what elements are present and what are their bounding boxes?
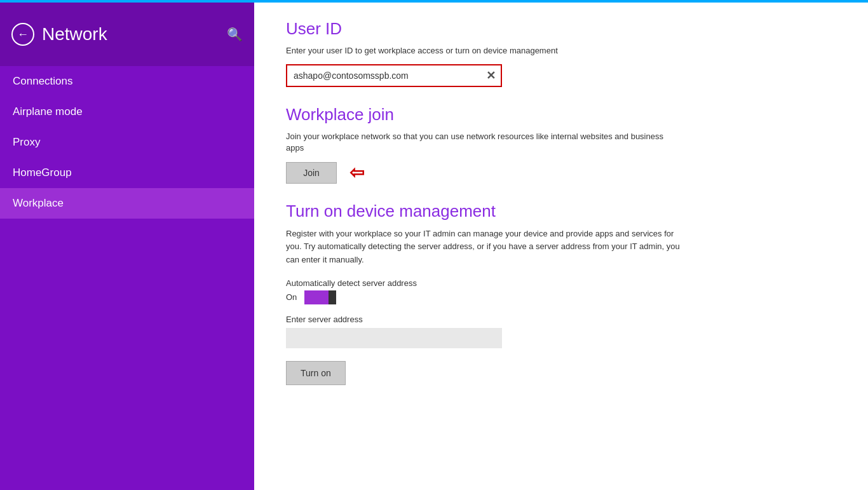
toggle-indicator [304, 290, 336, 304]
workplace-join-section: Workplace join Join your workplace netwo… [286, 105, 836, 183]
sidebar-item-workplace[interactable]: Workplace [0, 188, 254, 219]
auto-detect-toggle-section: Automatically detect server address On [286, 278, 836, 304]
auto-detect-label: Automatically detect server address [286, 278, 836, 288]
main-content: User ID Enter your user ID to get workpl… [254, 0, 868, 490]
search-button[interactable]: 🔍 [227, 27, 243, 42]
sidebar-item-airplane-mode[interactable]: Airplane mode [0, 97, 254, 127]
sidebar-nav: Connections Airplane mode Proxy HomeGrou… [0, 66, 254, 219]
workplace-join-title: Workplace join [286, 105, 836, 125]
userid-input-row: ✕ [286, 64, 502, 87]
top-accent-bar [0, 0, 868, 3]
sidebar-header: ← Network 🔍 [0, 3, 254, 66]
sidebar-item-connections[interactable]: Connections [0, 66, 254, 97]
sidebar: ← Network 🔍 Connections Airplane mode Pr… [0, 3, 254, 490]
toggle-row: On [286, 290, 836, 304]
back-arrow-icon: ← [17, 29, 29, 40]
device-mgmt-title: Turn on device management [286, 201, 836, 221]
device-mgmt-description: Register with your workplace so your IT … [286, 228, 680, 267]
server-address-label: Enter server address [286, 315, 836, 324]
server-address-section: Enter server address [286, 315, 836, 348]
clear-input-button[interactable]: ✕ [481, 66, 501, 85]
server-address-input[interactable] [286, 328, 502, 348]
sidebar-item-proxy[interactable]: Proxy [0, 127, 254, 158]
workplace-join-description: Join your workplace network so that you … [286, 131, 680, 154]
userid-section: User ID Enter your user ID to get workpl… [286, 19, 836, 87]
auto-detect-toggle[interactable] [304, 290, 336, 304]
red-arrow-annotation: ⇦ [349, 162, 364, 183]
userid-input[interactable] [287, 65, 481, 86]
sidebar-item-homegroup[interactable]: HomeGroup [0, 158, 254, 188]
userid-description: Enter your user ID to get workplace acce… [286, 45, 836, 57]
search-icon: 🔍 [227, 27, 243, 41]
back-button[interactable]: ← [11, 23, 34, 46]
device-management-section: Turn on device management Register with … [286, 201, 836, 385]
join-button-row: Join ⇦ [286, 162, 836, 184]
turn-on-button[interactable]: Turn on [286, 361, 346, 385]
toggle-on-label: On [286, 292, 297, 302]
sidebar-title: Network [42, 24, 107, 44]
join-button[interactable]: Join [286, 162, 337, 184]
userid-title: User ID [286, 19, 836, 39]
